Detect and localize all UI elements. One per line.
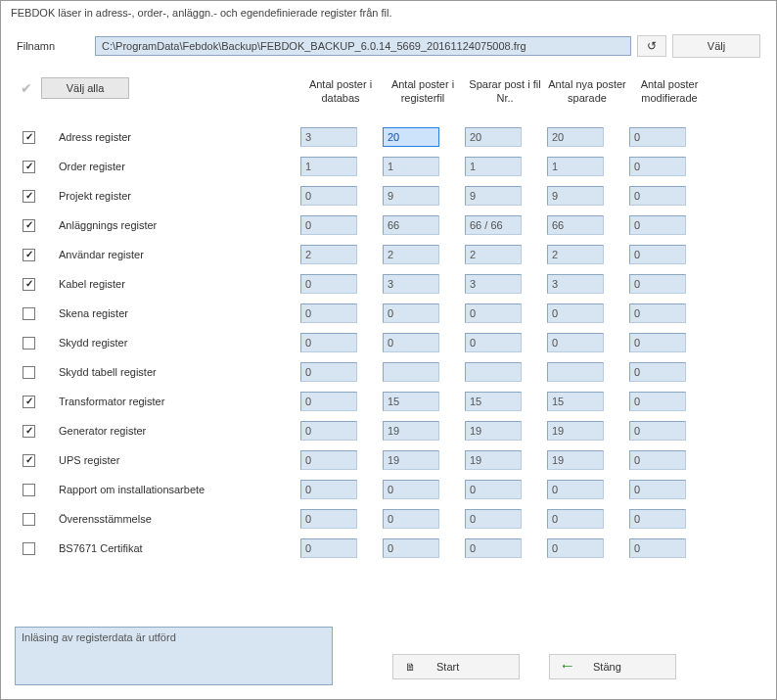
cell[interactable]: 0 xyxy=(383,333,439,352)
cell[interactable]: 9 xyxy=(383,186,439,206)
cell[interactable]: 9 xyxy=(547,186,604,206)
cell[interactable]: 0 xyxy=(300,480,357,499)
cell[interactable]: 0 xyxy=(629,421,686,441)
cell[interactable]: 2 xyxy=(547,245,604,264)
cell[interactable] xyxy=(547,362,604,382)
cell[interactable]: 2 xyxy=(465,245,522,264)
select-all-button[interactable]: Välj alla xyxy=(41,77,129,99)
cell[interactable]: 0 xyxy=(629,127,686,147)
row-checkbox[interactable] xyxy=(23,249,35,261)
row-checkbox[interactable] xyxy=(23,366,35,379)
row-checkbox[interactable] xyxy=(23,484,35,496)
cell[interactable]: 20 xyxy=(383,127,439,147)
cell[interactable] xyxy=(465,362,522,382)
cell[interactable]: 20 xyxy=(465,127,522,147)
row-checkbox[interactable] xyxy=(23,219,35,232)
cell[interactable]: 19 xyxy=(465,450,522,470)
row-checkbox[interactable] xyxy=(23,513,35,526)
cell[interactable]: 66 / 66 xyxy=(465,215,522,235)
cell[interactable]: 0 xyxy=(300,333,357,352)
cell[interactable]: 15 xyxy=(465,392,522,411)
cell[interactable]: 0 xyxy=(547,538,604,558)
cell[interactable]: 0 xyxy=(629,509,686,529)
cell[interactable]: 0 xyxy=(547,480,604,499)
row-check xyxy=(17,366,41,379)
row-label: Rapport om installationsarbete xyxy=(41,484,300,495)
cell[interactable]: 0 xyxy=(383,509,439,529)
row-checkbox[interactable] xyxy=(23,278,35,291)
cell[interactable]: 0 xyxy=(300,215,357,235)
cell[interactable]: 0 xyxy=(629,157,686,176)
row-checkbox[interactable] xyxy=(23,396,35,408)
cell[interactable]: 0 xyxy=(629,274,686,294)
cell[interactable]: 19 xyxy=(383,450,439,470)
choose-file-button[interactable]: Välj xyxy=(672,34,760,58)
cell[interactable]: 0 xyxy=(629,392,686,411)
row-checkbox[interactable] xyxy=(23,542,35,555)
file-path-input[interactable]: C:\ProgramData\Febdok\Backup\FEBDOK_BACK… xyxy=(95,36,631,56)
cell[interactable]: 0 xyxy=(547,509,604,529)
row-check xyxy=(17,307,41,320)
cell[interactable]: 0 xyxy=(547,303,604,323)
cell[interactable]: 0 xyxy=(465,509,522,529)
cell[interactable]: 19 xyxy=(547,450,604,470)
row-label: Skydd tabell register xyxy=(41,366,300,378)
cell[interactable]: 0 xyxy=(629,450,686,470)
cell[interactable]: 66 xyxy=(547,215,604,235)
cell[interactable]: 0 xyxy=(300,362,357,382)
cell[interactable]: 2 xyxy=(300,245,357,264)
cell[interactable]: 1 xyxy=(300,157,357,176)
cell[interactable]: 0 xyxy=(547,333,604,352)
row-checkbox[interactable] xyxy=(23,425,35,438)
cell[interactable]: 0 xyxy=(300,392,357,411)
cell[interactable]: 0 xyxy=(629,245,686,264)
cell[interactable]: 0 xyxy=(300,450,357,470)
cell[interactable]: 66 xyxy=(383,215,439,235)
cell[interactable]: 0 xyxy=(383,303,439,323)
cell[interactable]: 9 xyxy=(465,186,522,206)
cell[interactable]: 0 xyxy=(629,215,686,235)
cell[interactable]: 0 xyxy=(465,480,522,499)
cell[interactable]: 0 xyxy=(300,421,357,441)
close-button[interactable]: ⭠ Stäng xyxy=(549,654,676,679)
cell[interactable]: 2 xyxy=(383,245,439,264)
cell[interactable]: 15 xyxy=(547,392,604,411)
cell[interactable]: 19 xyxy=(465,421,522,441)
cell[interactable]: 20 xyxy=(547,127,604,147)
cell[interactable]: 1 xyxy=(383,157,439,176)
cell[interactable]: 1 xyxy=(547,157,604,176)
cell[interactable]: 1 xyxy=(465,157,522,176)
row-checkbox[interactable] xyxy=(23,190,35,203)
cell[interactable]: 3 xyxy=(383,274,439,294)
row-checkbox[interactable] xyxy=(23,454,35,467)
cell[interactable]: 0 xyxy=(300,186,357,206)
cell[interactable]: 0 xyxy=(629,333,686,352)
cell[interactable]: 0 xyxy=(629,480,686,499)
cell[interactable]: 0 xyxy=(465,538,522,558)
cell[interactable]: 3 xyxy=(547,274,604,294)
cell[interactable]: 19 xyxy=(383,421,439,441)
cell[interactable]: 15 xyxy=(383,392,439,411)
cell[interactable]: 0 xyxy=(383,480,439,499)
start-button[interactable]: 🗎 Start xyxy=(392,654,520,679)
cell[interactable]: 0 xyxy=(465,333,522,352)
cell[interactable]: 0 xyxy=(300,538,357,558)
cell[interactable] xyxy=(383,362,439,382)
row-checkbox[interactable] xyxy=(23,131,35,144)
row-checkbox[interactable] xyxy=(23,307,35,320)
cell[interactable]: 0 xyxy=(629,538,686,558)
row-checkbox[interactable] xyxy=(23,337,35,350)
refresh-icon-button[interactable]: ↺ xyxy=(637,35,666,57)
cell[interactable]: 0 xyxy=(300,303,357,323)
cell[interactable]: 3 xyxy=(465,274,522,294)
cell[interactable]: 0 xyxy=(465,303,522,323)
cell[interactable]: 3 xyxy=(300,127,357,147)
cell[interactable]: 0 xyxy=(629,303,686,323)
cell[interactable]: 0 xyxy=(383,538,439,558)
row-checkbox[interactable] xyxy=(23,161,35,173)
cell[interactable]: 19 xyxy=(547,421,604,441)
cell[interactable]: 0 xyxy=(629,186,686,206)
cell[interactable]: 0 xyxy=(300,274,357,294)
cell[interactable]: 0 xyxy=(629,362,686,382)
cell[interactable]: 0 xyxy=(300,509,357,529)
